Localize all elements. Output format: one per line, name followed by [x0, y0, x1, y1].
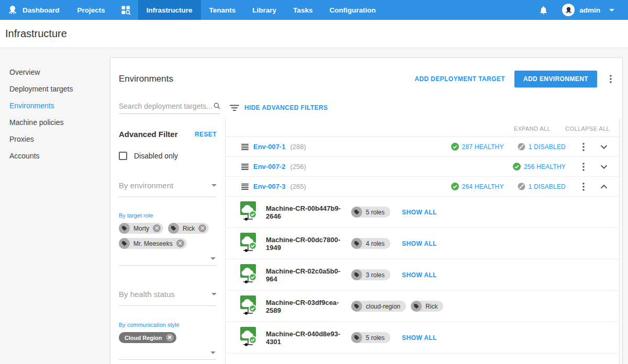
notifications-button[interactable] [539, 5, 548, 15]
communication-style-dropdown[interactable] [119, 343, 217, 360]
machine-link[interactable]: Machine-CR-00b447b9-2646 [266, 204, 351, 220]
communication-style-chips: Cloud Region ✕ [119, 332, 217, 343]
role-chip-morty[interactable]: Morty ✕ [119, 223, 163, 234]
bell-icon [539, 5, 548, 15]
disabled-only-checkbox[interactable] [119, 152, 127, 160]
cloud-region-target-icon [239, 295, 257, 318]
collapse-all-button[interactable]: COLLAPSE ALL [565, 126, 610, 132]
nav-brand-dashboard[interactable]: Dashboard [0, 0, 69, 20]
tag-icon [119, 238, 130, 249]
reset-filters-button[interactable]: RESET [195, 131, 217, 138]
sidebar-item-proxies[interactable]: Proxies [0, 131, 110, 147]
environment-overflow-menu-button[interactable] [579, 180, 588, 193]
collapse-environment-button[interactable] [597, 183, 611, 191]
hide-advanced-filters-toggle[interactable]: HIDE ADVANCED FILTERS [244, 104, 328, 111]
roles-chip[interactable]: 5 roles [351, 207, 390, 218]
filter-button[interactable] [230, 105, 239, 111]
nav-item-library[interactable]: Library [244, 0, 285, 20]
expand-environment-button[interactable] [597, 163, 611, 171]
environment-link[interactable]: Env-007-2 [253, 163, 285, 170]
environment-overflow-menu-button[interactable] [579, 161, 588, 173]
healthy-status[interactable]: 287 HEALTHY [451, 143, 504, 151]
remove-chip-icon[interactable]: ✕ [166, 334, 174, 342]
top-nav: Dashboard Projects Infrastructure Tenant… [0, 0, 628, 20]
search-box [119, 101, 220, 114]
show-all-roles-button[interactable]: SHOW ALL [402, 209, 437, 216]
sidebar-item-accounts[interactable]: Accounts [0, 147, 110, 164]
nav-item-tenants[interactable]: Tenants [201, 0, 244, 20]
environment-overflow-menu-button[interactable] [579, 141, 588, 153]
sidebar-item-deployment-targets[interactable]: Deployment targets [0, 81, 110, 97]
healthy-status[interactable]: 256 HEALTHY [513, 163, 566, 170]
role-chip-rick[interactable]: Rick ✕ [168, 223, 209, 234]
env-list-icon [241, 164, 249, 170]
nav-item-projects[interactable]: Projects [69, 0, 114, 20]
environment-link[interactable]: Env-007-3 [253, 183, 285, 190]
nav-item-infrastructure[interactable]: Infrastructure [138, 0, 201, 20]
nav-search-spaces-button[interactable] [114, 0, 138, 20]
role-chip-rick[interactable]: Rick [411, 301, 443, 312]
disabled-only-option[interactable]: Disabled only [119, 152, 217, 160]
expand-all-button[interactable]: EXPAND ALL [514, 126, 551, 132]
sidebar-item-machine-policies[interactable]: Machine policies [0, 114, 110, 131]
roles-chip[interactable]: 5 roles [351, 332, 390, 343]
disabled-only-label: Disabled only [134, 152, 178, 160]
environment-count: (288) [290, 143, 306, 151]
chevron-down-icon [600, 145, 608, 149]
environment-link[interactable]: Env-007-1 [253, 143, 285, 151]
environment-count: (256) [290, 163, 306, 170]
remove-chip-icon[interactable]: ✕ [176, 240, 184, 247]
roles-chip[interactable]: 4 roles [351, 238, 390, 249]
by-environment-dropdown[interactable]: By environment [119, 181, 217, 197]
sidebar: Overview Deployment targets Environments… [0, 48, 110, 164]
by-health-status-dropdown[interactable]: By health status [119, 290, 217, 306]
remove-chip-icon[interactable]: ✕ [153, 224, 161, 232]
communication-chip-cloud-region[interactable]: Cloud Region ✕ [119, 332, 176, 343]
tag-icon [351, 332, 362, 343]
machine-link[interactable]: Machine-CR-03df9cea-2589 [266, 299, 351, 314]
target-role-chips: Morty ✕ Rick ✕ Mr. Meeseeks ✕ [119, 223, 217, 249]
tag-icon [351, 269, 362, 280]
show-all-roles-button[interactable]: SHOW ALL [402, 271, 437, 279]
remove-chip-icon[interactable]: ✕ [198, 224, 206, 232]
role-chip-cloud-region[interactable]: cloud-region [351, 301, 406, 312]
user-menu[interactable]: admin [562, 4, 614, 16]
show-all-roles-button[interactable]: SHOW ALL [402, 240, 437, 247]
nav-item-configuration[interactable]: Configuration [321, 0, 384, 20]
machine-link[interactable]: Machine-CR-02c0a5b0-964 [266, 267, 351, 283]
kebab-icon [582, 183, 585, 191]
show-all-roles-button[interactable]: SHOW ALL [402, 334, 437, 342]
machine-link[interactable]: Machine-CR-00dc7800-1949 [266, 236, 351, 252]
machine-link[interactable]: Machine-CR-040d8e93-4301 [266, 330, 351, 346]
disabled-status[interactable]: 1 DISABLED [518, 183, 566, 190]
list-scrollbar[interactable] [619, 119, 622, 364]
green-check-icon [513, 163, 521, 170]
search-input[interactable] [119, 102, 214, 110]
env-list-icon [241, 144, 249, 150]
chevron-up-icon [600, 185, 608, 189]
target-role-dropdown[interactable] [119, 249, 217, 266]
nav-item-tasks[interactable]: Tasks [285, 0, 321, 20]
disabled-status[interactable]: 1 DISABLED [518, 143, 566, 151]
user-name: admin [579, 6, 600, 14]
add-environment-button[interactable]: ADD ENVIRONMENT [514, 71, 597, 87]
gray-slash-icon [518, 183, 525, 190]
gray-slash-icon [518, 143, 525, 151]
panel-overflow-menu-button[interactable] [607, 73, 615, 85]
add-deployment-target-button[interactable]: ADD DEPLOYMENT TARGET [414, 75, 505, 83]
caret-down-icon [211, 184, 217, 187]
roles-chip[interactable]: 3 roles [351, 269, 390, 280]
machine-row: Machine-CR-03df9cea-2589 cloud-region Ri… [226, 291, 619, 322]
advanced-filter-title: Advanced Filter [119, 130, 178, 139]
environments-panel: Environments ADD DEPLOYMENT TARGET ADD E… [110, 58, 623, 364]
sidebar-item-overview[interactable]: Overview [0, 64, 110, 81]
expand-environment-button[interactable] [597, 143, 611, 151]
panel-title: Environments [119, 74, 173, 84]
page-header: Infrastructure [0, 20, 628, 48]
magnifier-icon [214, 101, 220, 110]
chevron-down-icon [609, 9, 614, 12]
role-chip-mr-meeseeks[interactable]: Mr. Meeseeks ✕ [119, 238, 187, 249]
healthy-status[interactable]: 264 HEALTHY [451, 183, 504, 190]
sidebar-item-environments[interactable]: Environments [0, 97, 110, 114]
environment-row: Env-007-2 (256) 256 HEALTHY [226, 157, 619, 177]
